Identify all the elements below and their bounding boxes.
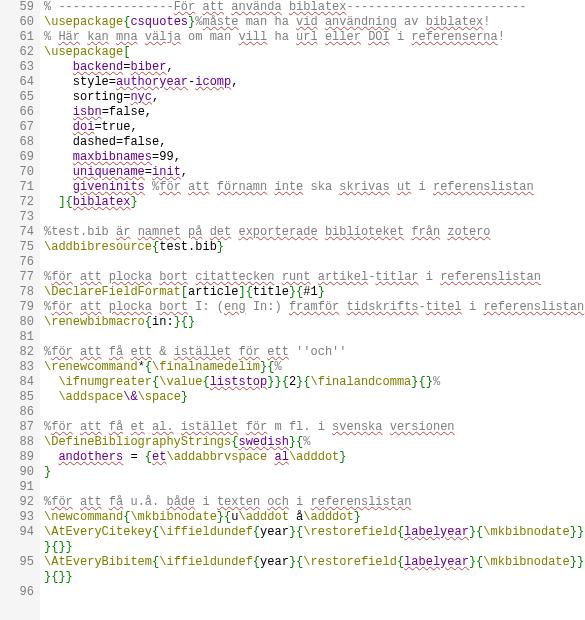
line-number: 81 — [0, 330, 34, 345]
code-line[interactable] — [44, 255, 585, 270]
token: }{} — [174, 315, 196, 329]
code-line[interactable]: uniquename=init, — [44, 165, 585, 180]
code-line[interactable]: maxbibnames=99, — [44, 150, 585, 165]
token: * — [138, 360, 145, 374]
token: \ifnumgreater — [58, 375, 152, 389]
token: }{}} — [44, 570, 73, 584]
code-line[interactable]: %för att få ett & istället för ett ''och… — [44, 345, 585, 360]
token: test.bib — [159, 240, 217, 254]
token — [109, 30, 116, 44]
code-line[interactable]: \usepackage{csquotes}%måste man ha vid a… — [44, 15, 585, 30]
token: plocka — [109, 270, 152, 284]
token: labelyear — [404, 525, 469, 539]
code-line[interactable] — [44, 210, 585, 225]
token: för — [238, 345, 260, 359]
token: ]{ — [238, 285, 252, 299]
line-number: 89 — [0, 450, 34, 465]
token: \space — [138, 390, 181, 404]
line-number: 83 — [0, 360, 34, 375]
line-number: 96 — [0, 585, 34, 600]
code-line[interactable]: \DeclareFieldFormat[article]{title}{#1} — [44, 285, 585, 300]
token: uniquename — [73, 165, 145, 179]
token: \adddot — [238, 510, 288, 524]
code-area[interactable]: % ----------------För att använda biblat… — [40, 0, 585, 620]
token: & — [152, 345, 174, 359]
token: namnet — [138, 225, 181, 239]
code-line[interactable]: % Här kan mna välja om man vill ha url e… — [44, 30, 585, 45]
token: \DeclareFieldFormat — [44, 285, 181, 299]
line-number: 68 — [0, 135, 34, 150]
code-line[interactable]: %test.bib är namnet på det exporterade b… — [44, 225, 585, 240]
token: användning — [325, 15, 397, 29]
token: man ha — [238, 15, 296, 29]
token: för — [51, 420, 73, 434]
code-line[interactable]: backend=biber, — [44, 60, 585, 75]
code-line[interactable]: \renewbibmacro{in:}{} — [44, 315, 585, 330]
token: style= — [44, 75, 116, 89]
line-number: 62 — [0, 45, 34, 60]
code-line[interactable]: \AtEveryCitekey{\iffieldundef{year}{\res… — [44, 525, 585, 540]
token: et — [130, 420, 144, 434]
token: bort — [159, 300, 188, 314]
code-line[interactable]: giveninits %för att förnamn inte ska skr… — [44, 180, 585, 195]
code-line[interactable]: \AtEveryBibitem{\iffieldundef{year}{\res… — [44, 555, 585, 570]
token: , — [152, 90, 159, 104]
code-line[interactable]: %för att få et al. istället för m fl. i … — [44, 420, 585, 435]
code-line[interactable]: doi=true, — [44, 120, 585, 135]
code-line[interactable]: \DefineBibliographyStrings{swedish}{% — [44, 435, 585, 450]
code-line[interactable]: \addspace\&\space} — [44, 390, 585, 405]
token: } — [354, 510, 361, 524]
token: { — [145, 315, 152, 329]
token: }{ — [469, 555, 483, 569]
token — [383, 420, 390, 434]
code-line[interactable]: ]{biblatex} — [44, 195, 585, 210]
token — [44, 390, 58, 404]
token: på — [188, 225, 202, 239]
code-line[interactable]: % ----------------För att använda biblat… — [44, 0, 585, 15]
code-line[interactable]: isbn=false, — [44, 105, 585, 120]
code-line[interactable] — [44, 585, 585, 600]
code-line[interactable]: }{}} — [44, 570, 585, 585]
code-line[interactable]: dashed=false, — [44, 135, 585, 150]
code-editor[interactable]: 5960616263646566676869707172737475767778… — [0, 0, 585, 620]
token: sorting= — [44, 90, 130, 104]
code-line[interactable]: andothers = {et\addabbrvspace al\adddot} — [44, 450, 585, 465]
token — [130, 225, 137, 239]
code-line[interactable]: \newcommand{\mkbibnodate}{u\adddot å\add… — [44, 510, 585, 525]
token: nyc — [130, 90, 152, 104]
code-line[interactable]: } — [44, 465, 585, 480]
token: ett — [267, 345, 289, 359]
token: \AtEveryBibitem — [44, 555, 152, 569]
code-line[interactable] — [44, 480, 585, 495]
code-line[interactable]: %för att plocka bort I: (eng In:) framfö… — [44, 300, 585, 315]
code-line[interactable]: %för att få u.å. både i texten och i ref… — [44, 495, 585, 510]
token: att — [80, 270, 102, 284]
token — [44, 165, 73, 179]
token — [210, 180, 217, 194]
token: - — [419, 300, 426, 314]
code-line[interactable] — [44, 405, 585, 420]
line-number-wrap — [0, 540, 34, 555]
token: year — [260, 525, 289, 539]
token: i — [390, 30, 412, 44]
token: använda — [231, 0, 281, 14]
code-line[interactable]: \renewcommand*{\finalnamedelim}{% — [44, 360, 585, 375]
token: exporterade — [238, 225, 317, 239]
token: , — [231, 75, 238, 89]
code-line[interactable]: %för att plocka bort citattecken runt ar… — [44, 270, 585, 285]
token: bort — [159, 270, 188, 284]
code-line[interactable]: style=authoryear-icomp, — [44, 75, 585, 90]
line-number: 75 — [0, 240, 34, 255]
code-line[interactable]: \usepackage[ — [44, 45, 585, 60]
token: att — [80, 345, 102, 359]
line-number: 92 — [0, 495, 34, 510]
code-line[interactable]: \addbibresource{test.bib} — [44, 240, 585, 255]
code-line[interactable]: sorting=nyc, — [44, 90, 585, 105]
token: \renewcommand — [44, 360, 138, 374]
code-line[interactable]: \ifnumgreater{\value{liststop}}{2}{\fina… — [44, 375, 585, 390]
token: icomp — [195, 75, 231, 89]
token: }{ — [289, 555, 303, 569]
code-line[interactable] — [44, 330, 585, 345]
token: är — [116, 225, 130, 239]
code-line[interactable]: }{}} — [44, 540, 585, 555]
